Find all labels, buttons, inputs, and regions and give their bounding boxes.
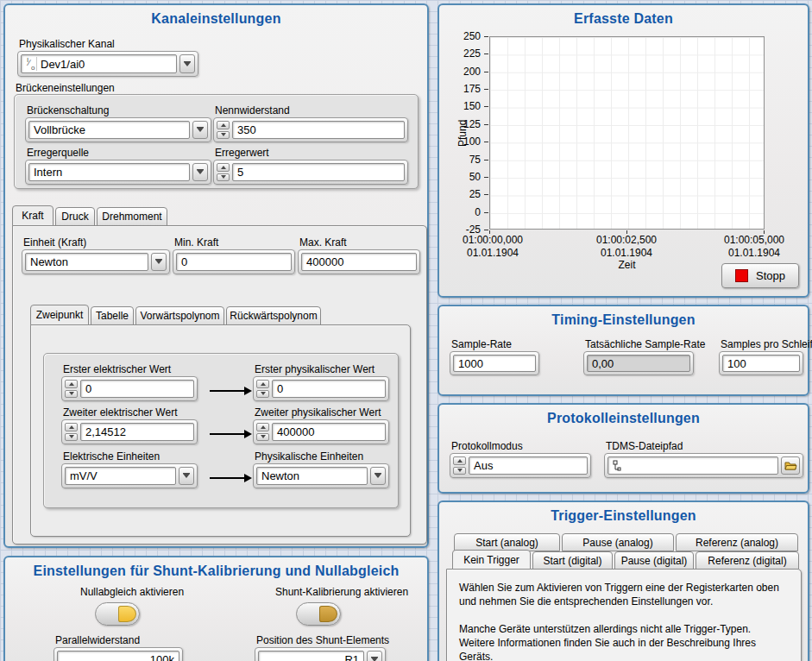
tab-kein-trigger[interactable]: Kein Trigger — [452, 550, 531, 570]
tab-pause-analog[interactable]: Pause (analog) — [562, 533, 674, 551]
parallel-resistance-field[interactable]: 100k — [57, 651, 179, 661]
bridge-type-dropdown-button[interactable] — [192, 121, 208, 139]
sample-rate-field[interactable]: 1000 — [453, 355, 536, 372]
tab-tabelle[interactable]: Tabelle — [91, 306, 134, 325]
null-adjust-toggle[interactable] — [95, 602, 140, 626]
stop-button[interactable]: Stopp — [721, 263, 799, 288]
tdms-path-control[interactable] — [604, 453, 803, 478]
unit-kraft-dropdown-button[interactable] — [151, 253, 167, 271]
mapping-arrow-icon — [210, 387, 256, 395]
min-kraft-label: Min. Kraft — [174, 236, 218, 249]
samples-per-loop-control[interactable]: 100 — [719, 351, 803, 375]
x-tick-date: 01.01.1904 — [575, 247, 678, 260]
tab-vorwaertspolynom[interactable]: Vorwärtspolynom — [135, 306, 224, 325]
excitation-source-dropdown-button[interactable] — [192, 163, 208, 181]
nominal-resistance-value: 350 — [237, 123, 256, 136]
unit-kraft-label: Einheit (Kraft) — [23, 236, 86, 249]
second-physical-control[interactable]: 400000 — [253, 419, 389, 444]
excitation-source-combo[interactable]: Intern — [25, 160, 211, 185]
actual-sample-rate-field: 0,00 — [587, 355, 690, 372]
bridge-type-combo[interactable]: Vollbrücke — [25, 117, 211, 142]
bridge-type-field[interactable]: Vollbrücke — [28, 121, 190, 139]
second-physical-spinner[interactable] — [256, 423, 269, 441]
electrical-units-dropdown-button[interactable] — [179, 467, 194, 485]
excitation-value-value: 5 — [237, 166, 243, 179]
tab-druck[interactable]: Druck — [55, 207, 95, 226]
excitation-source-field[interactable]: Intern — [28, 163, 190, 181]
shunt-position-field[interactable]: R1 — [258, 651, 364, 661]
physical-channel-label: Physikalischer Kanal — [19, 38, 115, 50]
unit-kraft-value: Newton — [30, 255, 68, 268]
shunt-position-dropdown-button[interactable] — [367, 651, 382, 661]
first-physical-control[interactable]: 0 — [253, 376, 389, 401]
nominal-resistance-control[interactable]: 350 — [213, 117, 408, 142]
tab-zweipunkt[interactable]: Zweipunkt — [30, 305, 89, 325]
log-mode-label: Protokollmodus — [451, 440, 523, 452]
excitation-value-control[interactable]: 5 — [213, 160, 408, 185]
max-kraft-field[interactable]: 400000 — [301, 253, 417, 271]
first-physical-field[interactable]: 0 — [272, 380, 386, 398]
chevron-down-icon — [375, 474, 381, 482]
browse-folder-button[interactable] — [781, 456, 800, 475]
shunt-calibration-toggle[interactable] — [296, 602, 341, 626]
tab-pause-digital[interactable]: Pause (digital) — [614, 551, 694, 570]
samples-per-loop-field[interactable]: 100 — [722, 355, 800, 372]
tab-referenz-digital[interactable]: Referenz (digital) — [696, 551, 799, 570]
nominal-resistance-spinner[interactable] — [217, 121, 230, 139]
second-electrical-field[interactable]: 2,14512 — [80, 423, 194, 441]
parallel-resistance-control[interactable]: 100k — [54, 647, 183, 661]
second-electrical-control[interactable]: 2,14512 — [61, 419, 198, 444]
second-physical-field[interactable]: 400000 — [272, 423, 386, 441]
log-mode-field[interactable]: Aus — [469, 456, 588, 475]
min-kraft-field[interactable]: 0 — [176, 253, 292, 271]
first-physical-value: 0 — [277, 382, 283, 395]
samples-per-loop-value: 100 — [727, 357, 746, 370]
tdms-path-field[interactable] — [607, 456, 778, 475]
sample-rate-value: 1000 — [458, 357, 483, 370]
parallel-resistance-label: Parallelwiderstand — [55, 634, 140, 646]
tab-drehmoment[interactable]: Drehmoment — [97, 207, 167, 226]
electrical-units-field[interactable]: mV/V — [65, 467, 176, 485]
electrical-units-combo[interactable]: mV/V — [61, 463, 198, 488]
tab-rueckwaertspolynom[interactable]: Rückwärtspolynom — [226, 306, 321, 325]
tab-start-digital[interactable]: Start (digital) — [532, 551, 613, 570]
shunt-panel-title: Einstellungen für Shunt-Kalibrierung und… — [5, 557, 427, 579]
physical-units-combo[interactable]: Newton — [253, 463, 389, 488]
chevron-down-icon — [371, 658, 378, 661]
tab-referenz-analog[interactable]: Referenz (analog) — [676, 533, 798, 551]
physical-channel-dropdown-button[interactable] — [179, 54, 195, 73]
max-kraft-control[interactable]: 400000 — [298, 249, 420, 274]
second-electrical-spinner[interactable] — [65, 423, 78, 441]
bridge-type-label: Brückenschaltung — [27, 104, 109, 116]
physical-channel-combo[interactable]: I∕o Dev1/ai0 — [17, 51, 198, 77]
first-electrical-spinner[interactable] — [65, 380, 78, 398]
chevron-down-icon — [184, 62, 191, 70]
min-kraft-control[interactable]: 0 — [173, 249, 295, 274]
log-mode-spinner[interactable] — [453, 456, 466, 475]
unit-kraft-field[interactable]: Newton — [25, 253, 148, 271]
excitation-value-spinner[interactable] — [217, 163, 230, 181]
sample-rate-control[interactable]: 1000 — [450, 351, 539, 375]
samples-per-loop-label: Samples pro Schleife — [721, 338, 812, 350]
x-tick-date: 01.01.1904 — [441, 247, 544, 260]
unit-kraft-combo[interactable]: Newton — [22, 249, 170, 274]
trigger-info-paragraph-1: Wählen Sie zum Aktivieren von Triggern e… — [447, 570, 801, 608]
mapping-arrow-icon — [210, 474, 256, 482]
tab-kraft[interactable]: Kraft — [12, 205, 54, 226]
actual-sample-rate-value: 0,00 — [592, 357, 614, 370]
shunt-position-combo[interactable]: R1 — [255, 647, 386, 661]
physical-channel-value: Dev1/ai0 — [41, 58, 85, 71]
first-electrical-control[interactable]: 0 — [61, 376, 198, 401]
first-physical-spinner[interactable] — [256, 380, 269, 398]
physical-units-dropdown-button[interactable] — [370, 467, 386, 485]
y-tick: 200 — [439, 66, 481, 78]
physical-channel-field[interactable]: I∕o Dev1/ai0 — [21, 54, 177, 73]
waveform-chart-plot[interactable] — [489, 36, 765, 230]
excitation-value-field[interactable]: 5 — [232, 163, 405, 181]
second-electrical-label: Zweiter elektrischer Wert — [63, 406, 177, 419]
first-electrical-field[interactable]: 0 — [80, 380, 194, 398]
tab-start-analog[interactable]: Start (analog) — [454, 533, 560, 551]
physical-units-field[interactable]: Newton — [256, 467, 368, 485]
nominal-resistance-field[interactable]: 350 — [232, 121, 405, 139]
log-mode-control[interactable]: Aus — [450, 453, 591, 478]
